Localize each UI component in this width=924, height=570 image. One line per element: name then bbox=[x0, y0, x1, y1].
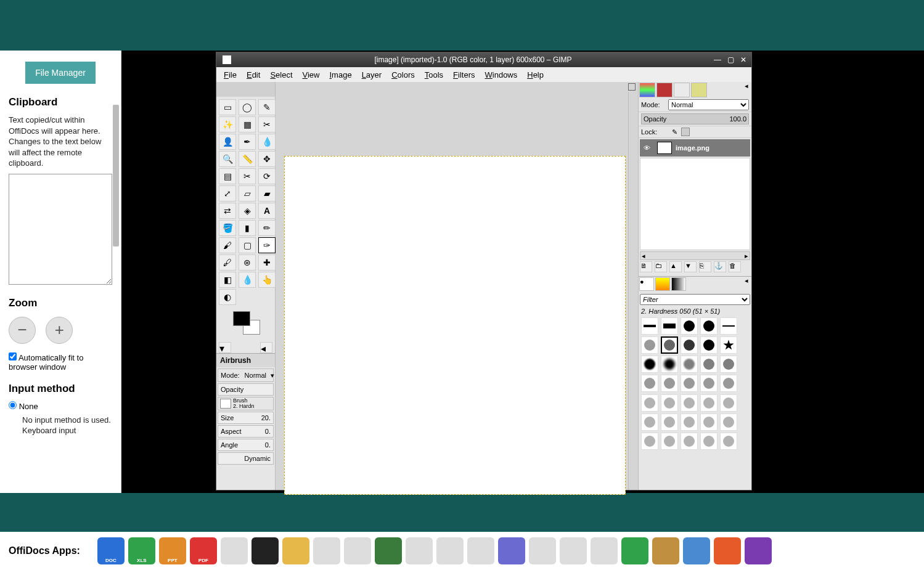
layers-tab-icon[interactable] bbox=[639, 83, 655, 97]
tool-ink[interactable]: 🖋 bbox=[219, 254, 236, 271]
brush-item[interactable] bbox=[700, 394, 718, 412]
dock-app[interactable] bbox=[436, 537, 464, 564]
opt-brush[interactable]: Brush2. Hardn bbox=[218, 397, 274, 410]
tool-scale[interactable]: ⤢ bbox=[219, 185, 236, 202]
brush-item[interactable] bbox=[681, 413, 698, 431]
brush-item[interactable] bbox=[681, 336, 698, 354]
brush-item[interactable] bbox=[661, 356, 678, 373]
dock-app[interactable] bbox=[498, 537, 525, 564]
layers-opacity-row[interactable]: Opacity 100.0 bbox=[639, 112, 751, 126]
brush-item[interactable] bbox=[661, 394, 678, 412]
tool-blur[interactable]: 💧 bbox=[239, 272, 256, 288]
brush-item[interactable] bbox=[641, 413, 658, 431]
file-manager-button[interactable]: File Manager bbox=[25, 62, 96, 84]
brush-item[interactable] bbox=[720, 375, 737, 392]
menu-view[interactable]: View bbox=[299, 69, 324, 81]
canvas[interactable] bbox=[284, 156, 626, 495]
dock-app[interactable] bbox=[313, 537, 340, 564]
patterns-tab-icon[interactable] bbox=[655, 277, 670, 291]
brush-item[interactable] bbox=[661, 375, 678, 392]
brush-item[interactable] bbox=[700, 317, 718, 335]
layer-row[interactable]: 👁 image.png bbox=[640, 139, 750, 157]
gradients-tab-icon[interactable] bbox=[671, 277, 686, 291]
brush-item[interactable] bbox=[720, 336, 737, 354]
layer-down-icon[interactable]: ▼ bbox=[684, 261, 697, 272]
tool-scissors[interactable]: ✂ bbox=[258, 116, 276, 132]
menu-help[interactable]: Help bbox=[523, 69, 547, 81]
brush-dock-menu-icon[interactable]: ◂ bbox=[742, 277, 751, 293]
tool-free-select[interactable]: ✎ bbox=[258, 99, 276, 115]
tool-color-picker[interactable]: 💧 bbox=[258, 134, 276, 150]
brush-item[interactable] bbox=[681, 375, 698, 392]
tool-fuzzy-select[interactable]: ✨ bbox=[219, 116, 236, 132]
auto-fit-checkbox[interactable] bbox=[9, 352, 17, 360]
tool-rotate[interactable]: ⟳ bbox=[258, 168, 276, 184]
brush-filter-select[interactable]: Filter bbox=[640, 294, 750, 305]
brush-item[interactable] bbox=[641, 336, 658, 354]
brush-item[interactable] bbox=[641, 356, 658, 373]
brush-item[interactable] bbox=[661, 413, 678, 431]
canvas-scrollbar-v[interactable] bbox=[628, 92, 638, 490]
menu-layer[interactable]: Layer bbox=[358, 69, 386, 81]
dock-app[interactable] bbox=[221, 537, 248, 564]
gimp-titlebar[interactable]: [image] (imported)-1.0 (RGB color, 1 lay… bbox=[216, 52, 751, 67]
opt-aspect[interactable]: Aspect 0. bbox=[218, 425, 274, 438]
layers-hscroll[interactable]: ◂▸ bbox=[640, 251, 750, 260]
auto-fit-checkbox-label[interactable]: Automatically fit to browser window bbox=[9, 352, 112, 372]
tool-rect-select[interactable]: ▭ bbox=[219, 99, 236, 115]
toolbox-menu-right[interactable]: ◂ bbox=[260, 342, 272, 353]
tool-eraser[interactable]: ▢ bbox=[239, 237, 256, 253]
brush-item[interactable] bbox=[661, 433, 678, 450]
opt-dynamics[interactable]: Dynamic bbox=[218, 452, 274, 465]
dock-app[interactable] bbox=[529, 537, 556, 564]
tool-pencil[interactable]: ✏ bbox=[258, 220, 276, 236]
tool-ellipse-select[interactable]: ◯ bbox=[239, 99, 256, 115]
menu-image[interactable]: Image bbox=[325, 69, 355, 81]
minimize-button[interactable]: — bbox=[714, 55, 721, 64]
menu-colors[interactable]: Colors bbox=[388, 69, 419, 81]
brush-item[interactable] bbox=[681, 394, 698, 412]
dock-app[interactable]: PPT bbox=[159, 537, 186, 564]
lock-alpha-icon[interactable] bbox=[681, 128, 690, 136]
brush-item[interactable] bbox=[700, 433, 718, 450]
brush-item[interactable] bbox=[720, 356, 737, 373]
tool-bucket[interactable]: 🪣 bbox=[219, 220, 236, 236]
brushes-tab-icon[interactable]: ● bbox=[639, 277, 654, 291]
brush-item[interactable] bbox=[641, 394, 658, 412]
close-button[interactable]: ✕ bbox=[740, 55, 746, 64]
dock-app[interactable] bbox=[591, 537, 618, 564]
brush-item[interactable] bbox=[720, 413, 737, 431]
tool-text[interactable]: A bbox=[258, 203, 276, 219]
opt-angle[interactable]: Angle 0. bbox=[218, 439, 274, 451]
brush-item[interactable] bbox=[720, 317, 737, 335]
layer-delete-icon[interactable]: 🗑 bbox=[729, 261, 741, 272]
input-none-radio[interactable] bbox=[9, 401, 17, 409]
menu-windows[interactable]: Windows bbox=[481, 69, 521, 81]
tool-flip[interactable]: ⇄ bbox=[219, 203, 236, 219]
layers-mode-select[interactable]: Normal bbox=[668, 99, 749, 110]
brush-item[interactable] bbox=[681, 356, 698, 373]
brush-item[interactable] bbox=[641, 375, 658, 392]
input-none-radio-label[interactable]: None bbox=[9, 401, 112, 411]
tool-paths[interactable]: ✒ bbox=[239, 134, 256, 150]
tool-shear[interactable]: ▱ bbox=[239, 185, 256, 202]
dock-app[interactable]: PDF bbox=[190, 537, 217, 564]
brush-item[interactable] bbox=[661, 317, 678, 335]
dock-app[interactable]: DOC bbox=[97, 537, 125, 564]
lock-pixels-icon[interactable]: ✎ bbox=[672, 128, 677, 136]
layer-group-icon[interactable]: 🗀 bbox=[655, 261, 667, 272]
brush-item[interactable] bbox=[700, 356, 718, 373]
tool-paintbrush[interactable]: 🖌 bbox=[219, 237, 236, 253]
layers-list[interactable] bbox=[640, 158, 750, 250]
dock-app[interactable] bbox=[375, 537, 402, 564]
tool-crop[interactable]: ✂ bbox=[239, 168, 256, 184]
maximize-button[interactable]: ▢ bbox=[727, 55, 734, 64]
brush-item[interactable] bbox=[681, 433, 698, 450]
layers-lock-row[interactable]: Lock: ✎ bbox=[639, 126, 751, 138]
opt-opacity[interactable]: Opacity bbox=[218, 383, 274, 396]
tool-align[interactable]: ▤ bbox=[219, 168, 236, 184]
dock-app[interactable] bbox=[406, 537, 433, 564]
dock-app[interactable] bbox=[282, 537, 309, 564]
brush-item[interactable] bbox=[720, 394, 737, 412]
undo-tab-icon[interactable] bbox=[691, 83, 707, 97]
